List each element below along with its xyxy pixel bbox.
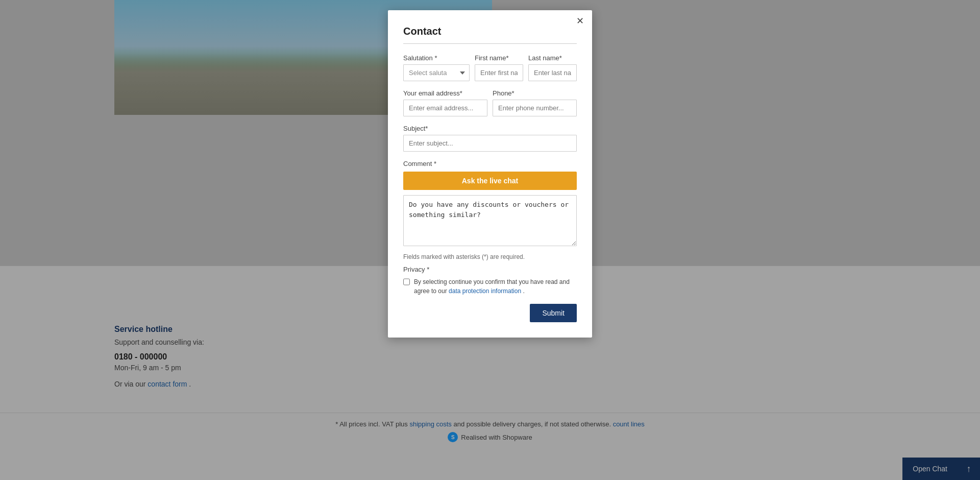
phone-input[interactable]	[493, 100, 577, 116]
comment-group: Comment * Ask the live chat Do you have …	[403, 160, 577, 246]
subject-input[interactable]	[403, 135, 577, 152]
submit-button[interactable]: Submit	[530, 304, 577, 322]
phone-group: Phone*	[493, 89, 577, 116]
phone-label: Phone*	[493, 89, 577, 97]
subject-group: Subject*	[403, 125, 577, 152]
ask-live-chat-button[interactable]: Ask the live chat	[403, 172, 577, 190]
lastname-input[interactable]	[528, 64, 577, 81]
firstname-label: First name*	[475, 54, 523, 62]
privacy-label: Privacy *	[403, 266, 577, 273]
email-input[interactable]	[403, 100, 487, 116]
email-group: Your email address*	[403, 89, 487, 116]
comment-textarea[interactable]: Do you have any discounts or vouchers or…	[403, 195, 577, 246]
data-protection-link[interactable]: data protection information	[449, 287, 521, 295]
modal-title: Contact	[403, 26, 577, 44]
name-row: Salutation * Select saluta Mr. Mrs. Mx. …	[403, 54, 577, 81]
email-phone-row: Your email address* Phone*	[403, 89, 577, 116]
privacy-text-after: .	[523, 287, 524, 295]
email-label: Your email address*	[403, 89, 487, 97]
lastname-label: Last name*	[528, 54, 577, 62]
privacy-section: Privacy * By selecting continue you conf…	[403, 266, 577, 296]
privacy-checkbox[interactable]	[403, 278, 410, 285]
subject-label: Subject*	[403, 125, 577, 132]
required-note: Fields marked with asterisks (*) are req…	[403, 253, 577, 260]
modal-close-button[interactable]: ✕	[576, 16, 584, 26]
salutation-label: Salutation *	[403, 54, 470, 62]
firstname-input[interactable]	[475, 64, 523, 81]
submit-row: Submit	[403, 304, 577, 322]
lastname-group: Last name*	[528, 54, 577, 81]
firstname-group: First name*	[475, 54, 523, 81]
comment-label: Comment *	[403, 160, 577, 167]
privacy-row: By selecting continue you confirm that y…	[403, 277, 577, 296]
salutation-group: Salutation * Select saluta Mr. Mrs. Mx.	[403, 54, 470, 81]
privacy-text: By selecting continue you confirm that y…	[414, 277, 577, 296]
contact-modal: ✕ Contact Salutation * Select saluta Mr.…	[388, 10, 592, 338]
salutation-select[interactable]: Select saluta Mr. Mrs. Mx.	[403, 64, 470, 81]
